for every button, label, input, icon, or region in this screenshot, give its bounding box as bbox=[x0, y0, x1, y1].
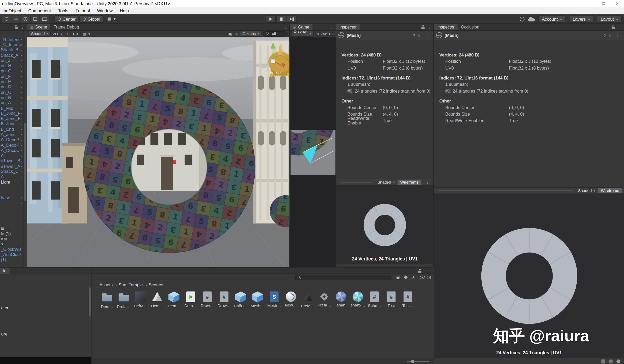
lock-icon[interactable] bbox=[421, 27, 424, 29]
preview-shading-dropdown[interactable]: Shaded bbox=[577, 188, 596, 193]
hierarchy-item[interactable]: on_H bbox=[0, 63, 27, 68]
cloud-status-icon[interactable] bbox=[609, 359, 613, 363]
hierarchy-item[interactable]: _C_Interic bbox=[0, 42, 27, 47]
hierarchy-item[interactable]: on_A bbox=[0, 100, 27, 105]
thumbnail-zoom-slider[interactable] bbox=[407, 361, 429, 362]
kebab-menu-icon[interactable] bbox=[328, 24, 336, 30]
hierarchy-item[interactable]: on_J bbox=[0, 58, 27, 63]
rect-tool-button[interactable] bbox=[40, 15, 49, 22]
kebab-menu-icon[interactable] bbox=[424, 180, 431, 185]
pan-tool-button[interactable] bbox=[2, 15, 11, 22]
hidden-count[interactable]: 14 bbox=[420, 275, 431, 280]
hierarchy-item[interactable]: on_C bbox=[0, 89, 27, 95]
console-message-icon[interactable] bbox=[601, 359, 605, 363]
pivot-global-button[interactable]: Global bbox=[80, 15, 103, 22]
hierarchy-scrollbar[interactable] bbox=[24, 31, 27, 267]
audio-toggle-icon[interactable] bbox=[66, 32, 69, 36]
play-button[interactable] bbox=[266, 15, 276, 22]
project-search-input[interactable] bbox=[303, 275, 389, 280]
project-search-box[interactable] bbox=[294, 275, 392, 280]
hierarchy-item[interactable]: A bbox=[0, 174, 27, 179]
preview-resize-handle[interactable] bbox=[438, 190, 573, 191]
collab-icon[interactable] bbox=[520, 17, 524, 21]
kebab-menu-icon[interactable] bbox=[423, 33, 431, 38]
resolution-dropdown[interactable]: 1024x102 bbox=[315, 32, 334, 36]
toggle-2d-button[interactable]: 2D bbox=[52, 32, 59, 36]
left-panel-scrollbar[interactable] bbox=[88, 275, 91, 357]
hierarchy-item[interactable]: B_Junc_F bbox=[0, 111, 27, 116]
hierarchy-item[interactable] bbox=[0, 200, 27, 206]
asset-item[interactable]: Test bbox=[385, 291, 398, 308]
layers-dropdown[interactable]: Layers bbox=[569, 15, 594, 22]
hierarchy-item[interactable]: Shack_C bbox=[0, 169, 27, 174]
close-button[interactable] bbox=[610, 0, 624, 7]
asset-item[interactable]: Prefa… bbox=[301, 291, 314, 308]
hierarchy-item[interactable]: s bbox=[0, 241, 27, 247]
help-icon[interactable] bbox=[604, 33, 606, 37]
hierarchy-item[interactable]: B_Junc bbox=[0, 121, 27, 126]
tab-inspector[interactable]: Inspector bbox=[336, 24, 360, 30]
breadcrumb-item[interactable]: Sun_Temple bbox=[118, 282, 148, 287]
maximize-button[interactable] bbox=[597, 0, 611, 7]
tab-frame-debug[interactable]: Frame Debug bbox=[50, 24, 82, 30]
shading-mode-dropdown[interactable]: Shaded bbox=[29, 31, 50, 37]
cloud-icon[interactable] bbox=[528, 18, 535, 21]
kebab-menu-icon[interactable] bbox=[425, 24, 433, 30]
hierarchy-item[interactable]: Shack_A bbox=[0, 53, 27, 58]
asset-item[interactable]: HalfC… bbox=[234, 291, 248, 308]
rotate-tool-button[interactable] bbox=[21, 15, 30, 22]
lighting-toggle-icon[interactable] bbox=[60, 32, 64, 36]
wireframe-toggle[interactable]: Wireframe bbox=[398, 180, 421, 185]
breadcrumb-item[interactable]: Scenes bbox=[148, 282, 164, 287]
lock-icon[interactable] bbox=[418, 271, 421, 273]
scale-tool-button[interactable] bbox=[31, 15, 39, 22]
hierarchy-item[interactable]: B_Mid bbox=[0, 105, 27, 111]
hierarchy-item[interactable]: eTower_B bbox=[0, 158, 27, 163]
asset-item[interactable]: shan bbox=[334, 291, 348, 307]
account-dropdown[interactable]: Account bbox=[538, 15, 565, 22]
hierarchy-item[interactable]: _AntiClockW bbox=[0, 252, 27, 257]
asset-item[interactable]: Dem… bbox=[151, 291, 164, 308]
hierarchy-item[interactable]: on_D bbox=[0, 84, 27, 89]
grid-snap-button[interactable] bbox=[107, 16, 116, 21]
mesh-preview[interactable]: 知乎 @raiura 24 Vertices, 24 Triangles | U… bbox=[434, 194, 624, 358]
help-icon[interactable] bbox=[413, 33, 415, 37]
asset-item[interactable]: Prefa… bbox=[117, 291, 131, 309]
preview-shading-dropdown[interactable]: Shaded bbox=[377, 180, 395, 185]
hierarchy-item[interactable]: A_DecoC bbox=[0, 147, 27, 153]
preview-resize-handle[interactable] bbox=[341, 182, 372, 183]
camera-settings-icon[interactable] bbox=[227, 32, 233, 36]
hierarchy-item[interactable]: (1) bbox=[0, 257, 27, 262]
hierarchy-item[interactable]: B_End bbox=[0, 127, 27, 132]
hierarchy-item[interactable]: on_B bbox=[0, 95, 27, 100]
asset-item[interactable]: Mesh… bbox=[268, 291, 281, 308]
asset-item[interactable]: Draw… bbox=[200, 291, 214, 308]
asset-item[interactable]: Draw… bbox=[217, 291, 231, 308]
folder-item[interactable]: ure bbox=[0, 332, 91, 337]
menu-item[interactable]: Window bbox=[93, 7, 116, 14]
preset-icon[interactable] bbox=[609, 33, 611, 37]
menu-item[interactable]: Help bbox=[116, 7, 132, 14]
asset-item[interactable]: New… bbox=[284, 291, 298, 307]
zoom-slider-knob[interactable] bbox=[411, 360, 414, 363]
asset-item[interactable]: Dem… bbox=[184, 291, 197, 308]
hierarchy-item[interactable]: Shack_B bbox=[0, 47, 27, 52]
hierarchy-item[interactable]: A bbox=[0, 153, 27, 158]
layout-dropdown[interactable]: Layout bbox=[597, 15, 622, 22]
hierarchy-item[interactable]: A_DecoP bbox=[0, 137, 27, 142]
hierarchy-item[interactable]: on_G bbox=[0, 68, 27, 73]
scene-viewport[interactable]: 2314 5678 4263 8175 bbox=[27, 37, 289, 267]
hierarchy-item[interactable]: on_E bbox=[0, 79, 27, 84]
asset-item[interactable]: Mesh… bbox=[251, 291, 264, 308]
minimize-button[interactable] bbox=[583, 0, 597, 7]
menu-item[interactable]: neObject bbox=[0, 7, 25, 14]
kebab-menu-icon[interactable] bbox=[281, 24, 289, 30]
left-panel-tab[interactable]: le bbox=[0, 268, 10, 274]
hierarchy-item[interactable]: _B_Interic bbox=[0, 37, 27, 42]
hierarchy-item[interactable]: le (1) bbox=[0, 231, 27, 236]
menu-item[interactable]: Tutorial bbox=[72, 7, 94, 14]
wireframe-toggle[interactable]: Wireframe bbox=[598, 188, 622, 193]
tab-scene[interactable]: Scene bbox=[27, 24, 50, 30]
hierarchy-item[interactable]: on_F bbox=[0, 73, 27, 79]
asset-item[interactable]: Test… bbox=[401, 291, 415, 308]
